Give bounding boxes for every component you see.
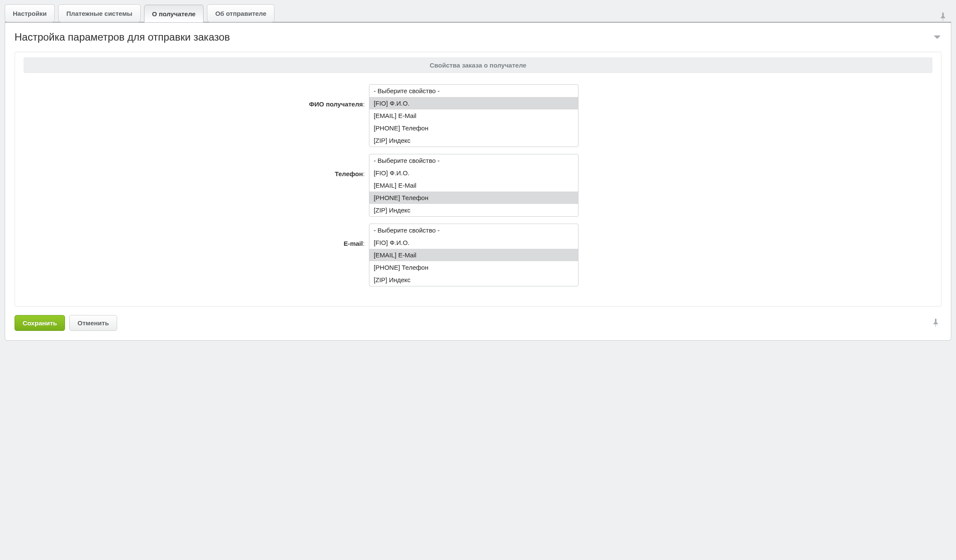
pin-icon[interactable] bbox=[932, 318, 941, 328]
property-listbox[interactable]: - Выберите свойство -[FIO] Ф.И.О.[EMAIL]… bbox=[369, 84, 578, 147]
panel-title: Настройка параметров для отправки заказо… bbox=[15, 31, 230, 43]
field-label: ФИО получателя: bbox=[24, 84, 369, 108]
listbox-option[interactable]: [ZIP] Индекс bbox=[369, 204, 578, 216]
collapse-icon[interactable] bbox=[933, 34, 941, 41]
listbox-option[interactable]: - Выберите свойство - bbox=[369, 154, 578, 167]
field-control: - Выберите свойство -[FIO] Ф.И.О.[EMAIL]… bbox=[369, 154, 932, 217]
listbox-option[interactable]: - Выберите свойство - bbox=[369, 85, 578, 97]
listbox-option[interactable]: [FIO] Ф.И.О. bbox=[369, 97, 578, 109]
listbox-option[interactable]: - Выберите свойство - bbox=[369, 224, 578, 236]
tab-0[interactable]: Настройки bbox=[5, 4, 55, 22]
listbox-option[interactable]: [PHONE] Телефон bbox=[369, 261, 578, 274]
save-button[interactable]: Сохранить bbox=[15, 315, 65, 331]
field-row: Телефон:- Выберите свойство -[FIO] Ф.И.О… bbox=[24, 154, 932, 217]
listbox-option[interactable]: [PHONE] Телефон bbox=[369, 192, 578, 204]
field-control: - Выберите свойство -[FIO] Ф.И.О.[EMAIL]… bbox=[369, 84, 932, 147]
listbox-option[interactable]: [ZIP] Индекс bbox=[369, 134, 578, 147]
field-row: ФИО получателя:- Выберите свойство -[FIO… bbox=[24, 84, 932, 147]
field-control: - Выберите свойство -[FIO] Ф.И.О.[EMAIL]… bbox=[369, 224, 932, 286]
field-row: E-mail:- Выберите свойство -[FIO] Ф.И.О.… bbox=[24, 224, 932, 286]
listbox-option[interactable]: [EMAIL] E-Mail bbox=[369, 109, 578, 122]
tabs-row: НастройкиПлатежные системыО получателеОб… bbox=[5, 4, 951, 22]
settings-panel: Настройка параметров для отправки заказо… bbox=[5, 22, 951, 341]
field-label: E-mail: bbox=[24, 224, 369, 247]
property-listbox[interactable]: - Выберите свойство -[FIO] Ф.И.О.[EMAIL]… bbox=[369, 224, 578, 286]
tab-2[interactable]: О получателе bbox=[144, 5, 204, 23]
listbox-option[interactable]: [FIO] Ф.И.О. bbox=[369, 167, 578, 179]
listbox-option[interactable]: [PHONE] Телефон bbox=[369, 122, 578, 134]
listbox-option[interactable]: [EMAIL] E-Mail bbox=[369, 179, 578, 192]
listbox-option[interactable]: [EMAIL] E-Mail bbox=[369, 249, 578, 261]
property-listbox[interactable]: - Выберите свойство -[FIO] Ф.И.О.[EMAIL]… bbox=[369, 154, 578, 217]
field-label: Телефон: bbox=[24, 154, 369, 177]
footer-row: Сохранить Отменить bbox=[15, 315, 941, 331]
listbox-option[interactable]: [ZIP] Индекс bbox=[369, 274, 578, 286]
pin-icon[interactable] bbox=[939, 10, 951, 22]
section-title: Свойства заказа о получателе bbox=[24, 57, 932, 73]
form-box: Свойства заказа о получателе ФИО получат… bbox=[15, 52, 941, 307]
cancel-button[interactable]: Отменить bbox=[69, 315, 117, 331]
tab-3[interactable]: Об отправителе bbox=[207, 4, 274, 22]
listbox-option[interactable]: [FIO] Ф.И.О. bbox=[369, 236, 578, 249]
tab-1[interactable]: Платежные системы bbox=[58, 4, 140, 22]
